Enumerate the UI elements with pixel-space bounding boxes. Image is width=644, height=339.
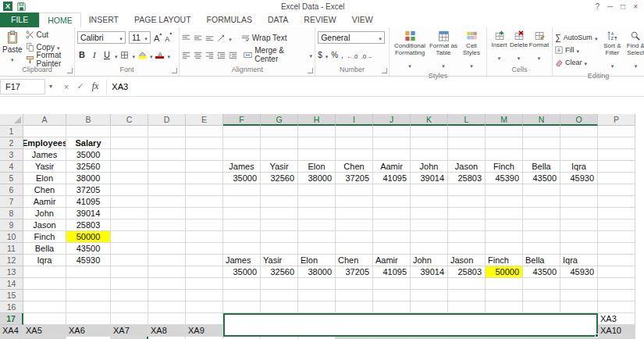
tab-page-layout[interactable]: PAGE LAYOUT [126,12,199,27]
column-header-P[interactable]: P [598,114,635,126]
cell-C17[interactable] [111,313,148,325]
cell-K7[interactable] [411,196,448,208]
cell-M15[interactable] [486,290,523,302]
cell-M3[interactable] [486,149,523,161]
cell-N15[interactable] [523,290,560,302]
cell-styles-button[interactable]: Cell Styles [459,29,484,71]
cell-I1[interactable] [336,126,373,137]
cell-G9[interactable] [261,219,298,231]
cell-O10[interactable] [560,231,598,243]
underline-button[interactable]: U [102,50,112,59]
cell-B1[interactable] [66,126,111,137]
cell-K12[interactable]: John [411,255,448,266]
font-name-combo[interactable]: Calibri [77,31,126,44]
cell-N8[interactable] [523,208,560,219]
column-header-N[interactable]: N [523,114,560,126]
cell-D14[interactable] [148,278,186,290]
align-top-icon[interactable] [182,34,190,41]
cell-O15[interactable] [560,290,598,302]
cell-A8[interactable]: John [23,208,66,219]
cell-P1[interactable] [598,126,635,137]
row-header-2[interactable]: 2 [0,137,23,149]
cell-E5[interactable] [186,173,223,184]
cell-F1[interactable] [223,126,261,137]
column-header-I[interactable]: I [336,114,373,126]
cell-J15[interactable] [373,290,411,302]
cell-M10[interactable] [486,231,523,243]
column-header-M[interactable]: M [486,114,523,126]
cell-E2[interactable] [186,137,223,149]
cell-H14[interactable] [298,278,336,290]
cell-B12[interactable]: 45930 [66,255,111,266]
cell-O8[interactable] [560,208,598,219]
font-color-button[interactable]: A [155,52,164,59]
cut-button[interactable]: Cut [26,29,72,40]
conditional-formatting-button[interactable]: Conditional Formatting [392,29,428,71]
cell-F9[interactable] [223,219,261,231]
cell-K16[interactable] [411,302,448,313]
column-header-J[interactable]: J [373,114,411,126]
cell-B6[interactable]: 37205 [66,184,111,196]
save-icon[interactable] [17,2,26,11]
decrease-font-size-button[interactable] [165,30,172,45]
cell-P3[interactable] [598,149,635,161]
cell-A1[interactable] [23,126,66,137]
row-header-10[interactable]: 10 [0,231,23,243]
tab-insert[interactable]: INSERT [81,12,126,27]
cell-N2[interactable] [523,137,560,149]
cell-H9[interactable] [298,219,336,231]
cell-P6[interactable] [598,184,635,196]
column-header-A[interactable]: A [23,114,66,126]
cell-P10[interactable] [598,231,635,243]
cell-N6[interactable] [523,184,560,196]
cell-F7[interactable] [223,196,261,208]
cell-K1[interactable] [411,126,448,137]
cell-J11[interactable] [373,243,411,255]
cell-P5[interactable] [598,173,635,184]
cell-G15[interactable] [261,290,298,302]
cell-K10[interactable] [411,231,448,243]
autosum-button[interactable]: ∑ AutoSum [555,32,597,43]
row-header-13[interactable]: 13 [0,266,23,278]
percent-style-button[interactable]: % [331,51,338,59]
cell-O7[interactable] [560,196,598,208]
alignment-dialog-launcher-icon[interactable] [308,68,313,73]
cell-I8[interactable] [336,208,373,219]
cell-L4[interactable]: Jason [448,161,486,173]
cell-G13[interactable]: 32560 [261,266,298,278]
cell-B14[interactable] [66,278,111,290]
fill-button[interactable]: Fill [555,45,597,55]
cell-M5[interactable]: 45390 [486,173,523,184]
cell-G10[interactable] [261,231,298,243]
cell-M12[interactable]: Finch [486,255,523,266]
row-header-17[interactable]: 17 [0,313,23,325]
cell-I11[interactable] [336,243,373,255]
cell-K11[interactable] [411,243,448,255]
cell-F16[interactable] [223,302,261,313]
cell-A11[interactable]: Bella [23,243,66,255]
comma-style-button[interactable]: , [341,51,343,59]
cell-A12[interactable]: Iqra [23,255,66,266]
cell-B7[interactable]: 41095 [66,196,111,208]
cell-L2[interactable] [448,137,486,149]
formula-input[interactable]: XA3 [107,82,644,91]
cell-F14[interactable] [223,278,261,290]
cell-L6[interactable] [448,184,486,196]
cell-C14[interactable] [111,278,148,290]
name-box[interactable]: F17 [0,79,45,95]
cell-E4[interactable] [186,161,223,173]
row-header-15[interactable]: 15 [0,290,23,302]
cell-B5[interactable]: 38000 [66,173,111,184]
cell-H6[interactable] [298,184,336,196]
cell-G2[interactable] [261,137,298,149]
cell-N3[interactable] [523,149,560,161]
row-header-4[interactable]: 4 [0,161,23,173]
cell-F4[interactable]: James [223,161,261,173]
cell-H17[interactable]: XA5 [23,325,66,337]
cell-C15[interactable] [111,290,148,302]
cell-J1[interactable] [373,126,411,137]
cell-P15[interactable] [598,290,635,302]
cell-M16[interactable] [486,302,523,313]
cell-E6[interactable] [186,184,223,196]
cell-O13[interactable]: 45930 [560,266,598,278]
